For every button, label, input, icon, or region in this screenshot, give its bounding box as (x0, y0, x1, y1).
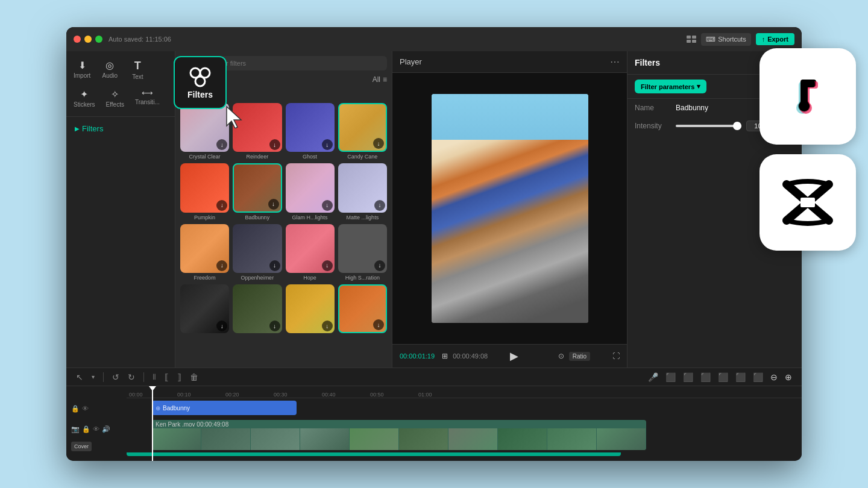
shortcuts-button[interactable]: ⌨ Shortcuts (701, 33, 750, 46)
video-lock-icon[interactable]: 📷 (71, 425, 80, 433)
intensity-slider[interactable] (676, 125, 741, 127)
timeline-right-tools: 🎤 ⬛ ⬛ ⬛ ⬛ ⬛ ⬛ ⊖ ⊕ (646, 371, 794, 383)
dropdown-arrow-icon: ▾ (697, 83, 700, 90)
video-thumb-strip (152, 428, 646, 450)
clip-action-1[interactable]: ⬛ (663, 371, 678, 383)
timeline-ruler: 00:00 00:10 00:20 00:30 00:40 00:50 01:0… (127, 386, 802, 398)
filter-item-4c[interactable]: ↓ (286, 284, 335, 335)
download-icon: ↓ (216, 200, 227, 211)
clip-action-3[interactable]: ⬛ (698, 371, 713, 383)
stickers-tool[interactable]: ✦ Stickers (69, 85, 100, 111)
name-value: Badbunny (676, 104, 708, 112)
split-tool[interactable]: ⦀ (150, 371, 159, 383)
filter-settings-icon[interactable]: ≡ (383, 75, 387, 84)
filters-overlay-label: Filters (187, 90, 213, 99)
capcup-icon (778, 178, 838, 227)
thumb-cell-10 (597, 428, 646, 450)
filters-header[interactable]: ▶ Filters (71, 122, 170, 136)
intensity-handle[interactable] (733, 122, 741, 130)
zoom-out-icon[interactable]: ⊖ (768, 371, 780, 383)
filters-overlay-button[interactable]: Filters (174, 56, 227, 109)
playhead-triangle (149, 386, 156, 391)
filters-arrow-icon: ▶ (75, 125, 80, 132)
trim-left-tool[interactable]: ⟦ (162, 371, 171, 383)
lock-icon[interactable]: 🔒 (71, 405, 80, 413)
filter-item-oppenheimer[interactable]: ↓ Oppenheimer (233, 224, 281, 281)
audio-tool[interactable]: ◎ Audio (96, 56, 123, 84)
delete-tool[interactable]: 🗑 (187, 371, 201, 383)
autosave-text: Auto saved: 11:15:06 (108, 36, 171, 43)
filter-track-controls: 🔒 👁 (71, 401, 122, 416)
text-tool[interactable]: T Text (124, 56, 151, 84)
export-button[interactable]: ↑ Export (756, 33, 794, 45)
thumb-cell-9 (547, 428, 597, 450)
timeline-playhead[interactable] (152, 386, 153, 461)
filter-item-matte[interactable]: ↓ Matte ...lights (338, 163, 387, 220)
filter-item-ghost[interactable]: ↓ Ghost (286, 103, 335, 160)
filter-item-candy-cane[interactable]: ↓ Candy Cane (338, 103, 387, 160)
download-icon: ↓ (322, 260, 333, 271)
select-tool-arrow[interactable]: ▾ (89, 372, 97, 381)
visibility-icon[interactable]: 👁 (82, 405, 89, 412)
filters-panel: ▶ Filters (66, 117, 175, 368)
close-button[interactable] (74, 36, 81, 43)
clip-action-5[interactable]: ⬛ (733, 371, 748, 383)
video-eye-icon[interactable]: 👁 (93, 425, 99, 433)
transitions-icon: ⟷ (142, 89, 153, 98)
filter-item-crystal-clear[interactable]: ↓ Crystal Clear (180, 103, 229, 160)
select-tool-button[interactable]: ↖ (74, 371, 86, 383)
filter-thumb-4a: ↓ (180, 284, 229, 333)
maximize-button[interactable] (95, 36, 102, 43)
redo-button[interactable]: ↻ (125, 371, 137, 383)
video-track[interactable]: Ken Park .mov 00:00:49:08 (152, 420, 646, 450)
filter-item-badbunny[interactable]: ↓ Badbunny (233, 163, 281, 220)
text-icon: T (134, 60, 141, 72)
effects-tool[interactable]: ✧ Effects (101, 85, 129, 111)
filter-thumb-hope: ↓ (286, 224, 335, 273)
filter-item-hope[interactable]: ↓ Hope (286, 224, 335, 281)
player-header: Player ⋯ (392, 51, 627, 73)
filter-thumb-oppenheimer: ↓ (233, 224, 281, 273)
video-lock2-icon[interactable]: 🔒 (82, 425, 90, 433)
toolbar-separator-2 (143, 372, 144, 382)
filter-thumb-highsat: ↓ (338, 224, 387, 273)
undo-button[interactable]: ↺ (110, 371, 122, 383)
import-tool[interactable]: ⬇ Import (69, 56, 95, 84)
filter-track[interactable]: ⊕ Badbunny (152, 401, 297, 415)
thumb-cell-8 (498, 428, 547, 450)
video-audio-icon[interactable]: 🔊 (102, 425, 110, 433)
download-icon: ↓ (216, 321, 227, 331)
filter-params-button[interactable]: Filter parameters ▾ (635, 80, 706, 93)
clip-action-4[interactable]: ⬛ (715, 371, 731, 383)
filter-item-highsat[interactable]: ↓ High S...ration (338, 224, 387, 281)
clip-action-6[interactable]: ⬛ (750, 371, 766, 383)
filter-item-glam[interactable]: ↓ Glam H...lights (286, 163, 335, 220)
clip-action-2[interactable]: ⬛ (681, 371, 696, 383)
player-menu-icon[interactable]: ⋯ (610, 56, 620, 67)
keyboard-icon: ⌨ (706, 36, 715, 43)
all-filter-label[interactable]: All (373, 75, 380, 84)
minimize-button[interactable] (84, 36, 92, 43)
transitions-tool[interactable]: ⟷ Transiti... (130, 85, 165, 111)
filter-track-row: ⊕ Badbunny (127, 401, 802, 415)
filter-item-4d[interactable]: ↓ (338, 284, 387, 335)
audio-icon: ◎ (105, 60, 114, 71)
grid-view-icon[interactable]: ⊞ (442, 352, 448, 360)
filter-item-freedom[interactable]: ↓ Freedom (180, 224, 229, 281)
filter-item-4b[interactable]: ↓ (233, 284, 281, 335)
play-button[interactable]: ▶ (510, 349, 518, 363)
filter-track-icon: ⊕ (156, 405, 160, 411)
thumb-cell-1 (152, 428, 201, 450)
bottom-area: ↖ ▾ ↺ ↻ ⦀ ⟦ ⟧ 🗑 🎤 ⬛ ⬛ ⬛ ⬛ ⬛ ⬛ ⊖ ⊕ (66, 368, 802, 461)
ratio-button[interactable]: Ratio (569, 352, 590, 361)
svg-rect-13 (800, 81, 815, 87)
zoom-in-icon[interactable]: ⊕ (782, 371, 794, 383)
filter-item-pumpkin[interactable]: ↓ Pumpkin (180, 163, 229, 220)
mic-icon[interactable]: 🎤 (646, 371, 661, 383)
fullscreen-icon[interactable]: ⛶ (612, 352, 620, 360)
filter-item-4a[interactable]: ↓ (180, 284, 229, 335)
thumb-cell-7 (448, 428, 498, 450)
trim-right-tool[interactable]: ⟧ (175, 371, 184, 383)
screenshot-icon[interactable]: ⊙ (558, 352, 564, 360)
cover-badge: Cover (71, 442, 92, 451)
